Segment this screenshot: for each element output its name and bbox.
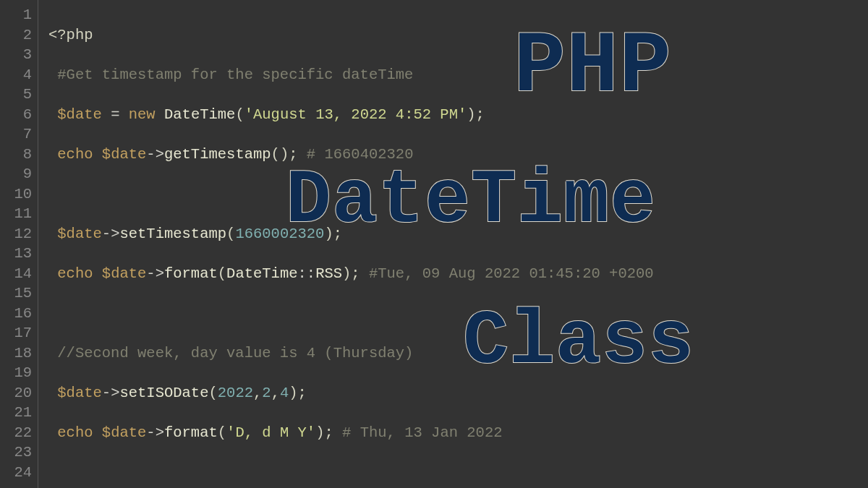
line-num: 13 <box>0 244 32 264</box>
code-line: $date->setISODate(2022,2,4); <box>48 383 796 403</box>
line-num: 22 <box>0 423 32 443</box>
code-line: echo $date->format(DateTime::RSS); #Tue,… <box>48 264 796 284</box>
line-num: 3 <box>0 45 32 65</box>
line-num: 9 <box>0 164 32 184</box>
code-line: #Get timestamp for the specific dateTime <box>48 65 796 85</box>
line-num: 10 <box>0 184 32 205</box>
line-num: 11 <box>0 204 32 224</box>
code-line: echo $date->format('D, d M Y'); # Thu, 1… <box>48 423 796 443</box>
overlay-title-class: Class <box>463 333 694 353</box>
line-num: 6 <box>0 105 32 125</box>
line-num: 7 <box>0 124 32 145</box>
line-num: 5 <box>0 85 32 105</box>
line-num: 8 <box>0 145 32 165</box>
line-num: 2 <box>0 25 32 46</box>
code-line: <?php <box>48 25 796 46</box>
line-number-gutter: 1 2 3 4 5 6 7 8 9 10 11 12 13 14 15 16 1… <box>0 0 38 488</box>
line-num: 16 <box>0 304 32 324</box>
overlay-title-php: PHP <box>514 58 672 78</box>
line-num: 20 <box>0 383 32 403</box>
line-num: 1 <box>0 5 32 25</box>
line-num: 21 <box>0 403 32 423</box>
line-num: 18 <box>0 343 32 364</box>
line-num: 14 <box>0 264 32 284</box>
code-line <box>48 463 796 483</box>
line-num: 17 <box>0 323 32 343</box>
line-num: 23 <box>0 442 32 463</box>
line-num: 19 <box>0 363 32 383</box>
line-num: 15 <box>0 283 32 304</box>
line-num: 12 <box>0 224 32 244</box>
line-num: 24 <box>0 463 32 483</box>
code-line: $date = new DateTime('August 13, 2022 4:… <box>48 105 796 125</box>
line-num: 4 <box>0 65 32 85</box>
overlay-title-datetime: DateTime <box>286 192 656 212</box>
